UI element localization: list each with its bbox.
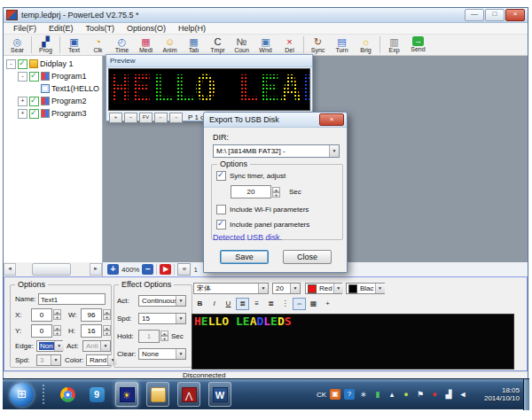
tree-expander-icon[interactable]: + (18, 109, 27, 119)
align-right-button[interactable]: ≣ (264, 298, 278, 310)
dialog-title-bar[interactable]: Export To USB Disk × (204, 113, 347, 128)
page-next-button[interactable]: → (169, 113, 183, 123)
help-icon[interactable]: ? (344, 389, 355, 400)
network-icon[interactable]: ▟ (443, 389, 454, 400)
minimize-button[interactable]: — (465, 9, 484, 21)
maximize-button[interactable]: □ (485, 9, 505, 21)
show-desktop-button[interactable] (523, 379, 529, 410)
text-color-dropdown[interactable]: Red▼ (305, 283, 342, 294)
toolbar-program-button[interactable]: ▞Prog (34, 36, 58, 54)
toolbar-time-button[interactable]: ◴Time (110, 36, 134, 54)
y-stepper[interactable]: 0▲▼ (31, 324, 61, 338)
tree-expander-icon[interactable]: - (6, 59, 16, 69)
security-icon[interactable]: ● (401, 389, 411, 400)
act-dropdown[interactable]: Anti▼ (82, 340, 111, 352)
panel-params-checkbox[interactable] (216, 220, 226, 229)
tree-horizontal-scrollbar[interactable]: ◄ ► (4, 262, 103, 276)
toolbar-animation-button[interactable]: ☺Anim (158, 36, 182, 54)
title-bar[interactable]: temp.ledprj - PowerLed V2.75.5 * — □ × (4, 8, 528, 23)
tree-checkbox[interactable] (18, 59, 27, 69)
dialog-close-button[interactable]: × (319, 113, 344, 126)
tree-expander-icon[interactable]: + (18, 97, 27, 106)
toolbar-window-button[interactable]: ▣Wnd (254, 36, 278, 54)
toolbar-counter-button[interactable]: №Coun (230, 36, 254, 54)
scroll-left-button[interactable]: ◄ (4, 263, 16, 276)
hold-stepper[interactable]: 1▲▼ (138, 330, 168, 343)
tree-item[interactable]: Text1(HELLO LEADI (4, 82, 102, 95)
taskbar-messenger-button[interactable]: 9 (86, 383, 107, 406)
toolbar-media-button[interactable]: ▦Medi (134, 36, 158, 54)
alert-icon[interactable]: ● (429, 389, 440, 400)
device-icon[interactable]: ∗ (358, 389, 369, 400)
toolbar-clock-button[interactable]: ◔Clk (86, 36, 110, 54)
font-family-dropdown[interactable]: 宋体▼ (193, 283, 269, 294)
underline-button[interactable]: U (222, 298, 235, 310)
flag-icon[interactable]: ⚑ (415, 389, 426, 400)
tree-item[interactable]: +Program2 (4, 95, 102, 107)
show-hidden-icon[interactable]: ▴ (387, 389, 397, 400)
tree-checkbox[interactable] (29, 109, 39, 119)
color-dropdown[interactable]: Rand▼ (86, 354, 111, 366)
background-color-dropdown[interactable]: Blac▼ (346, 283, 385, 294)
wifi-params-checkbox[interactable] (216, 205, 226, 214)
toolbar-temperature-button[interactable]: CTmpr (206, 36, 230, 54)
toolbar-export-button[interactable]: ▥Exp (382, 36, 406, 54)
toolbar-search-button[interactable]: ◎Sear (5, 36, 29, 54)
save-button[interactable]: Save (220, 250, 269, 264)
edge-dropdown[interactable]: Non▼ (36, 340, 63, 352)
taskbar-clock[interactable]: 18:05 2014/10/10 (473, 386, 520, 402)
sync-timer-checkbox[interactable] (216, 171, 226, 181)
close-button[interactable]: × (505, 9, 525, 21)
name-input[interactable]: Text1 (38, 293, 106, 305)
align-left-button[interactable]: ≣ (236, 298, 249, 310)
taskbar-explorer-button[interactable] (146, 382, 169, 407)
zoom-out-button[interactable]: − (142, 264, 153, 275)
scroll-right-button[interactable]: ► (90, 263, 102, 276)
page-rewind-button[interactable]: « (177, 263, 191, 276)
toolbar-brightness-button[interactable]: ☼Brig (354, 36, 378, 54)
tree-checkbox[interactable] (29, 97, 39, 106)
text-content-area[interactable]: HELLO LEADLEDS (192, 314, 514, 369)
tree-checkbox[interactable] (29, 72, 39, 82)
taskbar-powerled-button[interactable]: ☀ (115, 382, 138, 407)
toolbar-text-button[interactable]: ▣Text (62, 36, 86, 54)
tree-expander-icon[interactable]: - (18, 72, 27, 82)
insert-image-button[interactable]: ▦ (307, 298, 320, 310)
tray-app-icon[interactable]: ▣ (330, 389, 340, 400)
toolbar-table-button[interactable]: ▦Tab (182, 36, 206, 54)
menu-edit[interactable]: Edit(E) (43, 24, 80, 33)
char-width-button[interactable]: ⇔ (293, 298, 306, 310)
speed-dropdown[interactable]: 3▼ (36, 354, 61, 366)
align-center-button[interactable]: ≡ (250, 298, 263, 310)
effect-speed-dropdown[interactable]: 15▼ (138, 313, 186, 324)
x-stepper[interactable]: 0▲▼ (31, 308, 61, 322)
play-button[interactable]: ▶ (160, 264, 171, 275)
font-size-dropdown[interactable]: 20▼ (272, 283, 301, 294)
timer-adjust-stepper[interactable]: ▲▼ (272, 187, 280, 198)
w-stepper[interactable]: 96▲▼ (81, 308, 111, 322)
page-prev-button[interactable]: ← (154, 113, 168, 123)
h-stepper[interactable]: 16▲▼ (81, 324, 111, 338)
taskbar-acrobat-button[interactable]: ⋀ (177, 382, 200, 407)
toolbar-send-button[interactable]: →Send (406, 36, 430, 53)
tree-item[interactable]: -Didplay 1 (4, 58, 102, 70)
timer-adjust-input[interactable]: 20 (231, 185, 271, 198)
start-button[interactable]: ⊞ (10, 383, 34, 407)
scroll-thumb[interactable] (32, 263, 71, 276)
zoom-in-button[interactable]: + (109, 113, 122, 123)
taskbar-chrome-button[interactable] (57, 383, 78, 406)
bold-button[interactable]: B (193, 298, 207, 310)
fit-view-button[interactable]: FV (139, 113, 153, 123)
usb-icon[interactable]: ▮ (372, 389, 383, 400)
dialog-close-button-2[interactable]: Close (283, 250, 332, 264)
tree-item[interactable]: -Program1 (4, 70, 102, 82)
insert-symbol-button[interactable]: + (321, 298, 334, 310)
tree-item[interactable]: +Program3 (4, 107, 102, 120)
menu-tools[interactable]: Tools(T) (80, 24, 121, 33)
volume-icon[interactable]: ◄ (458, 389, 468, 400)
toolbar-sync-button[interactable]: ↻Sync (306, 36, 330, 54)
clear-dropdown[interactable]: None▼ (138, 348, 186, 360)
line-spacing-button[interactable]: ⋮ (278, 298, 292, 310)
preview-title-bar[interactable]: Preview (106, 55, 312, 67)
menu-help[interactable]: Help(H) (172, 24, 212, 33)
